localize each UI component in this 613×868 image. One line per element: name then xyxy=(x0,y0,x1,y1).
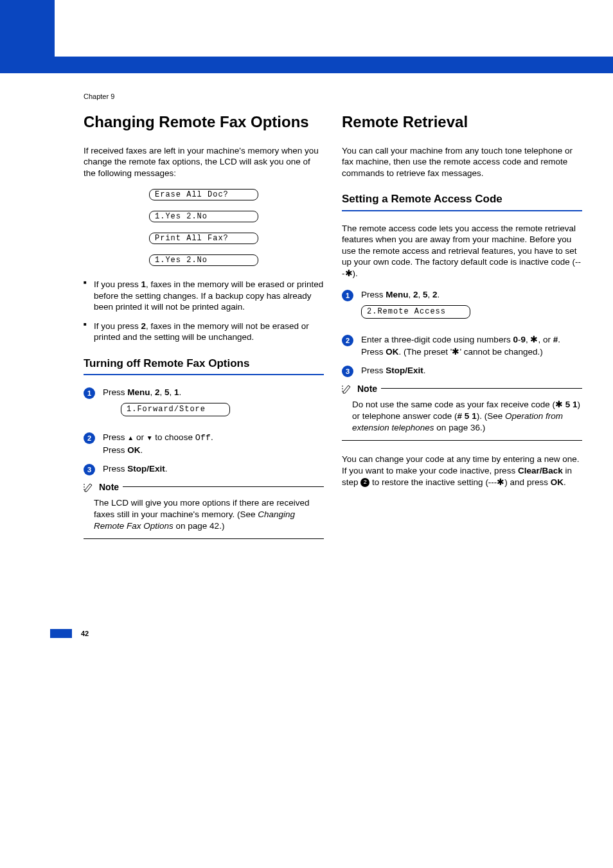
text: ). (See xyxy=(477,411,505,421)
note-hr xyxy=(84,538,324,539)
text: Press xyxy=(361,366,386,375)
lcd-line: 1.Yes 2.No xyxy=(149,211,258,222)
bold-text: Stop/Exit xyxy=(127,464,165,474)
pencil-icon xyxy=(342,384,353,394)
star-icon: ✱ xyxy=(345,269,353,278)
text: , xyxy=(409,290,414,299)
step-body: Press Stop/Exit. xyxy=(103,463,324,475)
text: to choose xyxy=(153,432,195,442)
bold-text: 2 xyxy=(141,321,147,331)
text: or xyxy=(134,432,147,442)
lcd-group: Erase All Doc? 1.Yes 2.No Print All Fax?… xyxy=(84,189,324,266)
text: ' cannot be changed.) xyxy=(459,347,542,357)
text: Enter a three-digit code using numbers xyxy=(361,335,513,344)
text: . xyxy=(558,335,560,344)
bold-text: OK xyxy=(551,477,564,487)
text: If you press xyxy=(94,279,141,289)
note-body: Do not use the same code as your fax rec… xyxy=(342,395,582,441)
page-body: Chapter 9 Changing Remote Fax Options If… xyxy=(0,93,613,657)
note-title: Note xyxy=(99,482,119,492)
text: . (The preset ' xyxy=(399,347,452,357)
step-number-icon: 2 xyxy=(342,335,353,346)
page-header-bar xyxy=(0,0,613,73)
text: on page 42.) xyxy=(173,521,225,531)
step-2: 2 Enter a three-digit code using numbers… xyxy=(342,334,582,359)
step-body: Press Menu, 2, 5, 1. 1.Forward/Store xyxy=(103,387,324,425)
step-1: 1 Press Menu, 2, 5, 1. 1.Forward/Store xyxy=(84,387,324,425)
two-column-layout: Changing Remote Fax Options If received … xyxy=(0,113,613,552)
text: . xyxy=(179,387,182,397)
header-stripe xyxy=(0,57,613,73)
right-h1: Remote Retrieval xyxy=(342,113,582,131)
note-header: Note xyxy=(342,384,582,394)
step-body: Press Menu, 2, 5, 2. 2.Remote Access xyxy=(361,289,582,328)
step-3: 3 Press Stop/Exit. xyxy=(342,365,582,377)
text: ). xyxy=(353,269,358,278)
note-hr xyxy=(342,440,582,441)
bold-text: 2 xyxy=(155,387,160,397)
bold-text: Menu xyxy=(127,387,150,397)
lcd-line: Print All Fax? xyxy=(149,233,258,244)
right-h2: Setting a Remote Access Code xyxy=(342,193,582,206)
bullet-list: If you press 1, faxes in the memory will… xyxy=(84,279,324,343)
bold-text: 1 xyxy=(141,279,147,289)
text: , or xyxy=(538,335,553,344)
bullet-item: If you press 1, faxes in the memory will… xyxy=(84,279,324,313)
step-number-icon: 1 xyxy=(342,290,353,301)
step-body: Press or to choose Off. Press OK. xyxy=(103,432,324,457)
monospace-text: Off xyxy=(195,433,211,443)
note-hr xyxy=(123,486,324,487)
text: Press xyxy=(361,347,386,357)
text: Do not use the same code as your fax rec… xyxy=(352,400,555,409)
step-body: Enter a three-digit code using numbers 0… xyxy=(361,334,582,359)
text: . xyxy=(423,366,426,375)
text: , xyxy=(150,387,155,397)
step-ref-icon: 2 xyxy=(360,478,369,487)
step-number-icon: 2 xyxy=(84,432,95,444)
page-footer: 42 xyxy=(0,629,613,638)
text: Press xyxy=(103,387,127,397)
text: to restore the inactive setting (--- xyxy=(369,477,497,487)
text: . xyxy=(564,477,566,487)
bold-text: 5 1 xyxy=(563,400,578,409)
text: . xyxy=(438,290,440,299)
lcd-line: 2.Remote Access xyxy=(361,305,470,319)
text: The remote access code lets you access t… xyxy=(342,224,581,278)
closing-paragraph: You can change your code at any time by … xyxy=(342,454,582,488)
star-icon: ✱ xyxy=(452,347,459,357)
bold-text: Menu xyxy=(386,290,408,299)
bold-text: 9 xyxy=(520,335,526,344)
text: Press xyxy=(361,290,386,299)
bold-text: 2 xyxy=(432,290,438,299)
text: , xyxy=(418,290,423,299)
text: , xyxy=(428,290,433,299)
bold-text: # 5 1 xyxy=(458,411,477,421)
bold-text: 1 xyxy=(174,387,179,397)
bold-text: OK xyxy=(127,445,140,455)
text: . xyxy=(141,445,143,455)
text: , xyxy=(170,387,175,397)
star-icon: ✱ xyxy=(497,477,504,487)
note-body: The LCD will give you more options if th… xyxy=(84,493,324,539)
text: . xyxy=(165,464,168,474)
right-intro: You can call your machine from any touch… xyxy=(342,145,582,179)
lcd-line: 1.Yes 2.No xyxy=(149,254,258,266)
pencil-icon xyxy=(84,482,95,492)
text: ) and press xyxy=(504,477,550,487)
text: on page 36.) xyxy=(434,423,486,432)
step-3: 3 Press Stop/Exit. xyxy=(84,463,324,475)
text: , xyxy=(160,387,165,397)
note-header: Note xyxy=(84,482,324,492)
step-body: Press Stop/Exit. xyxy=(361,365,582,377)
bold-text: OK xyxy=(386,347,398,357)
bold-text: 2 xyxy=(413,290,418,299)
note-hr xyxy=(381,388,582,389)
bullet-item: If you press 2, faxes in the memory will… xyxy=(84,321,324,343)
bold-text: 5 xyxy=(164,387,170,397)
bold-text: Stop/Exit xyxy=(386,366,423,375)
note-title: Note xyxy=(357,384,377,394)
triangle-down-icon xyxy=(147,432,153,442)
text: Press xyxy=(103,464,127,474)
bold-text: 0 xyxy=(513,335,518,344)
text: . xyxy=(211,432,213,442)
